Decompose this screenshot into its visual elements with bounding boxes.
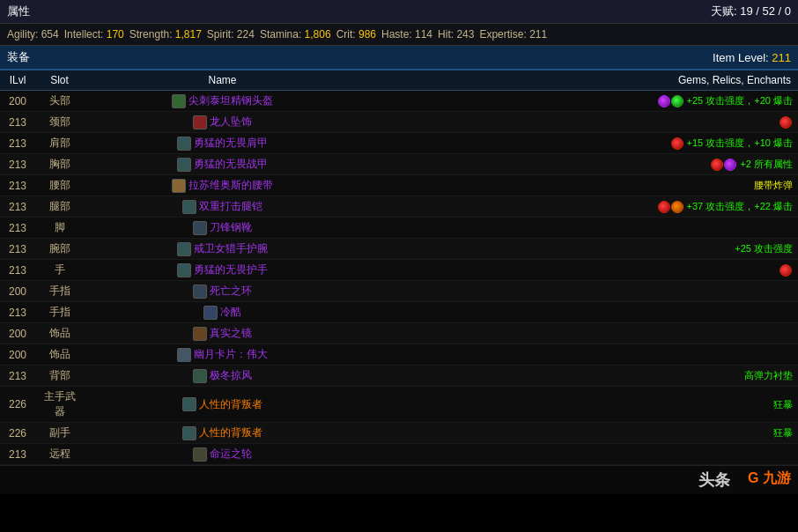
logo-jiuyou: G 九游: [748, 469, 791, 491]
cell-slot: 手: [35, 260, 84, 281]
red-gem-icon: [780, 264, 792, 277]
talent-info: 天赋: 19 / 52 / 0: [711, 4, 791, 19]
item-name[interactable]: 冷酷: [220, 306, 241, 318]
table-row: 213颈部龙人坠饰: [0, 112, 798, 133]
item-name[interactable]: 命运之轮: [210, 447, 252, 460]
cell-gems: [361, 344, 798, 366]
stat-value: 243: [456, 28, 474, 41]
cell-gems: +15 攻击强度，+10 爆击: [361, 133, 798, 154]
item-icon: [177, 263, 191, 277]
equipment-tbody: 200头部尖刺泰坦精钢头盔 +25 攻击强度，+20 爆击213颈部龙人坠饰21…: [0, 91, 798, 465]
cell-gems: 腰带炸弹: [361, 175, 798, 196]
cell-name: 勇猛的无畏肩甲: [84, 133, 361, 154]
cell-name: 人性的背叛者: [84, 423, 361, 444]
item-name[interactable]: 人性的背叛者: [199, 426, 262, 439]
stat-value: 1,806: [305, 28, 331, 41]
cell-gems: +25 攻击强度: [361, 239, 798, 260]
stat-value: 986: [358, 28, 376, 41]
cell-slot: 肩部: [35, 133, 84, 154]
stat-item: Hit: 243: [438, 28, 474, 41]
item-icon: [193, 221, 207, 235]
stat-value: 114: [415, 28, 432, 41]
item-name[interactable]: 勇猛的无畏战甲: [194, 158, 268, 170]
cell-name: 勇猛的无畏护手: [84, 260, 361, 281]
stat-label: Intellect:: [64, 28, 107, 41]
cell-slot: 饰品: [35, 344, 84, 366]
item-name[interactable]: 真实之镜: [210, 327, 252, 339]
cell-slot: 主手武器: [35, 387, 84, 423]
stat-label: Agility:: [7, 28, 41, 41]
enchant-text: +37 攻击强度，+22 爆击: [684, 201, 794, 211]
cell-name: 冷酷: [84, 302, 361, 323]
equipment-title: 装备: [7, 49, 30, 65]
cell-slot: 背部: [35, 366, 84, 387]
item-name[interactable]: 龙人坠饰: [210, 115, 252, 128]
cell-name: 龙人坠饰: [84, 112, 361, 133]
cell-ilvl: 213: [0, 154, 35, 175]
cell-ilvl: 213: [0, 218, 35, 239]
enchant-text: +25 攻击强度: [735, 243, 793, 254]
table-row: 213背部极冬掠风 高弹力衬垫: [0, 366, 798, 387]
cell-name: 人性的背叛者: [84, 387, 361, 423]
cell-slot: 副手: [35, 423, 84, 444]
stat-item: Spirit: 224: [207, 28, 255, 41]
cell-ilvl: 226: [0, 423, 35, 444]
enchant-text: 高弹力衬垫: [744, 370, 793, 381]
item-icon: [177, 242, 191, 256]
item-name[interactable]: 勇猛的无畏护手: [194, 263, 268, 276]
cell-gems: [361, 260, 798, 281]
table-row: 226主手武器人性的背叛者 狂暴: [0, 387, 798, 423]
stat-item: Stamina: 1,806: [260, 28, 331, 41]
table-header-row: ILvl Slot Name Gems, Relics, Enchants: [0, 70, 798, 91]
item-name[interactable]: 尖刺泰坦精钢头盔: [188, 94, 273, 107]
item-icon: [193, 115, 207, 129]
table-row: 213远程命运之轮: [0, 444, 798, 465]
attributes-title: 属性: [7, 4, 30, 19]
table-row: 200手指死亡之环: [0, 281, 798, 302]
item-icon: [177, 158, 191, 172]
table-row: 213手指冷酷: [0, 302, 798, 323]
item-name[interactable]: 人性的背叛者: [199, 398, 262, 410]
stat-item: Intellect: 170: [64, 28, 124, 41]
stat-label: Haste:: [381, 28, 415, 41]
item-name[interactable]: 刀锋钢靴: [210, 221, 252, 233]
item-name[interactable]: 幽月卡片：伟大: [194, 348, 268, 360]
item-icon: [172, 94, 186, 108]
item-name[interactable]: 双重打击腿铠: [199, 200, 262, 212]
table-row: 213腿部双重打击腿铠 +37 攻击强度，+22 爆击: [0, 196, 798, 218]
stat-value: 654: [41, 28, 59, 41]
stat-item: Crit: 986: [336, 28, 376, 41]
stat-value: 170: [107, 28, 124, 41]
cell-slot: 脚: [35, 218, 84, 239]
orange-gem-icon: [671, 201, 683, 213]
cell-name: 尖刺泰坦精钢头盔: [84, 91, 361, 112]
cell-name: 命运之轮: [84, 444, 361, 465]
cell-ilvl: 213: [0, 133, 35, 154]
table-row: 213脚刀锋钢靴: [0, 218, 798, 239]
item-name[interactable]: 勇猛的无畏肩甲: [194, 137, 268, 149]
item-icon: [182, 200, 196, 214]
red-gem-icon: [711, 159, 723, 171]
cell-gems: [361, 302, 798, 323]
item-icon: [193, 447, 207, 462]
cell-name: 拉苏维奥斯的腰带: [84, 175, 361, 196]
item-name[interactable]: 极冬掠风: [210, 369, 252, 381]
cell-slot: 腿部: [35, 196, 84, 218]
item-level-label: Item Level:: [713, 51, 769, 64]
item-icon: [193, 369, 207, 383]
cell-ilvl: 213: [0, 175, 35, 196]
cell-slot: 腰部: [35, 175, 84, 196]
green-gem-icon: [671, 95, 683, 107]
col-gems: Gems, Relics, Enchants: [361, 70, 798, 91]
item-name[interactable]: 死亡之环: [210, 284, 252, 297]
item-name[interactable]: 戒卫女猎手护腕: [194, 242, 268, 255]
cell-slot: 腕部: [35, 239, 84, 260]
cell-name: 真实之镜: [84, 323, 361, 344]
item-name[interactable]: 拉苏维奥斯的腰带: [188, 179, 273, 191]
stat-item: Expertise: 211: [479, 28, 547, 41]
stat-label: Expertise:: [479, 28, 529, 41]
table-row: 213肩部勇猛的无畏肩甲 +15 攻击强度，+10 爆击: [0, 133, 798, 154]
stats-bar: Agility: 654Intellect: 170Strength: 1,81…: [0, 24, 798, 46]
cell-ilvl: 213: [0, 302, 35, 323]
cell-ilvl: 213: [0, 196, 35, 218]
